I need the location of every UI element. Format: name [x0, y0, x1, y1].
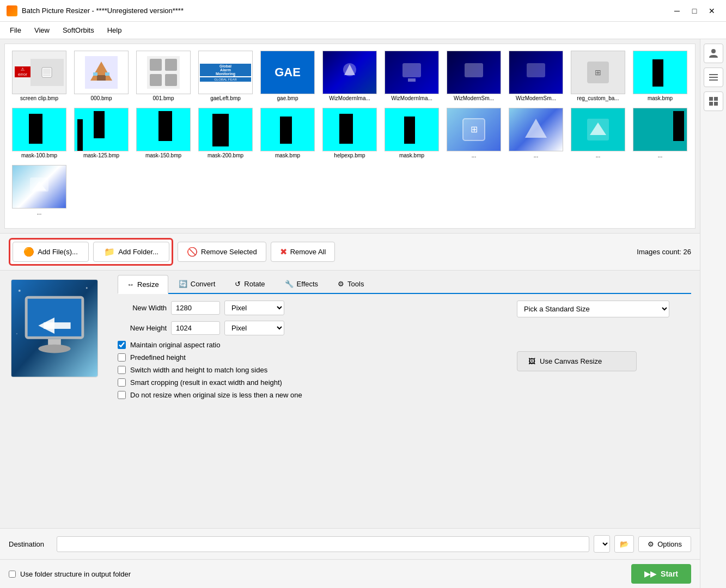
svg-rect-42 [709, 97, 713, 101]
thumbnail [509, 108, 563, 151]
thumbnail [633, 51, 687, 94]
add-folder-button[interactable]: 📁 Add Folder... [93, 242, 169, 262]
smart-cropping-checkbox[interactable] [118, 378, 126, 387]
sidebar-list-button[interactable] [704, 68, 723, 87]
svg-point-38 [711, 49, 716, 53]
svg-text:⊞: ⊞ [471, 125, 478, 134]
image-label: mask.bmp [399, 152, 424, 158]
remove-all-button[interactable]: ✖ Remove All [271, 242, 335, 262]
thumbnail [322, 51, 377, 94]
svg-rect-7 [105, 72, 109, 76]
do-not-resize-label[interactable]: Do not resize when original size is less… [130, 391, 302, 399]
tab-convert[interactable]: 🔄 Convert [169, 275, 225, 293]
new-height-input[interactable] [171, 321, 220, 335]
list-item[interactable]: ... [9, 163, 69, 218]
new-width-input[interactable] [171, 301, 220, 315]
menu-view[interactable]: View [29, 24, 55, 36]
list-item[interactable]: GAE gae.bmp [258, 48, 318, 103]
thumbnail [260, 108, 315, 151]
list-item[interactable]: 000.bmp [71, 48, 131, 103]
destination-input[interactable] [57, 536, 589, 552]
list-item[interactable]: ⊞ ... [444, 106, 504, 161]
canvas-resize-button[interactable]: 🖼 Use Canvas Resize [517, 351, 637, 371]
sidebar-person-button[interactable] [704, 44, 723, 63]
destination-bar: Destination 📂 ⚙ Options [0, 528, 700, 559]
maintain-ratio-checkbox[interactable] [118, 341, 126, 349]
convert-tab-icon: 🔄 [179, 280, 187, 288]
menu-help[interactable]: Help [102, 24, 127, 36]
list-item[interactable]: helpexp.bmp [320, 106, 380, 161]
list-item[interactable]: mask.bmp [258, 106, 318, 161]
start-button[interactable]: ▶▶ Start [631, 564, 691, 584]
sidebar-grid-button[interactable] [704, 91, 723, 111]
svg-point-36 [86, 287, 88, 289]
new-height-unit-select[interactable]: Pixel Percent cm inch [224, 321, 284, 335]
close-button[interactable]: ✕ [704, 3, 719, 19]
image-label: WizModernSm... [516, 95, 556, 101]
menu-softorbits[interactable]: SoftOrbits [57, 24, 100, 36]
new-width-unit-select[interactable]: Pixel Percent cm inch [224, 301, 284, 315]
list-item[interactable]: mask-150.bmp [133, 106, 193, 161]
list-item[interactable]: WizModernIma... [382, 48, 442, 103]
image-label: gae.bmp [277, 95, 298, 101]
predefined-height-label[interactable]: Predefined height [130, 353, 186, 362]
use-folder-label[interactable]: Use folder structure in output folder [20, 570, 131, 578]
do-not-resize-row: Do not resize when original size is less… [118, 391, 504, 399]
destination-browse-button[interactable]: 📂 [614, 535, 634, 553]
maintain-ratio-label[interactable]: Maintain original aspect ratio [130, 341, 220, 349]
switch-width-height-label[interactable]: Switch width and height to match long si… [130, 366, 267, 374]
svg-point-37 [16, 333, 17, 334]
list-item[interactable]: ... [630, 106, 690, 161]
list-item[interactable]: ... [568, 106, 628, 161]
list-item[interactable]: mask.bmp [630, 48, 690, 103]
menu-file[interactable]: File [4, 24, 27, 36]
do-not-resize-checkbox[interactable] [118, 391, 126, 399]
new-height-label: New Height [118, 324, 167, 332]
svg-rect-32 [44, 322, 70, 329]
list-item[interactable]: WizModernIma... [320, 48, 380, 103]
smart-cropping-label[interactable]: Smart cropping (result in exact width an… [130, 378, 282, 387]
maximize-button[interactable]: □ [687, 3, 702, 19]
image-label: ... [37, 210, 41, 216]
right-sidebar [700, 39, 726, 588]
minimize-button[interactable]: ─ [669, 3, 685, 19]
thumbnail [12, 108, 66, 151]
options-button[interactable]: ⚙ Options [638, 536, 691, 552]
list-item[interactable]: WizModernSm... [444, 48, 504, 103]
title-bar-left: Batch Picture Resizer - ****Unregistered… [7, 5, 184, 16]
destination-label: Destination [9, 540, 52, 548]
list-item[interactable]: ... [506, 106, 566, 161]
list-item[interactable]: WizModernSm... [506, 48, 566, 103]
switch-width-height-checkbox[interactable] [118, 366, 126, 374]
use-folder-checkbox[interactable] [9, 571, 16, 578]
person-icon [708, 48, 719, 59]
list-item[interactable]: mask-200.bmp [196, 106, 255, 161]
add-folder-icon: 📁 [104, 247, 115, 257]
predefined-height-checkbox[interactable] [118, 353, 126, 362]
tab-resize[interactable]: ↔ Resize [118, 275, 168, 294]
destination-dropdown[interactable] [594, 535, 610, 553]
predefined-height-row: Predefined height [118, 353, 504, 362]
settings-panel: ↔ Resize 🔄 Convert ↺ Rotate 🔧 Effects [109, 271, 700, 528]
thumbnail [136, 108, 191, 151]
tab-tools[interactable]: ⚙ Tools [328, 275, 373, 293]
list-item[interactable]: mask-125.bmp [71, 106, 131, 161]
list-item[interactable]: 001.bmp [133, 48, 193, 103]
add-files-button[interactable]: 🟠 Add File(s)... [13, 242, 89, 262]
new-height-row: New Height Pixel Percent cm inch [118, 321, 504, 335]
svg-rect-40 [709, 77, 718, 78]
list-item[interactable]: ⚠ error screen clip.bmp [9, 48, 69, 103]
remove-selected-button[interactable]: 🚫 Remove Selected [178, 242, 266, 262]
rotate-tab-label: Rotate [244, 280, 265, 288]
list-item[interactable]: GlobalAlarmMonitoring GLOBAL FEAR gaeLef… [196, 48, 255, 103]
window-title: Batch Picture Resizer - ****Unregistered… [22, 7, 184, 15]
list-item[interactable]: mask.bmp [382, 106, 442, 161]
tab-effects[interactable]: 🔧 Effects [276, 275, 328, 293]
svg-rect-44 [709, 102, 713, 106]
standard-size-select[interactable]: Pick a Standard Size [517, 301, 669, 317]
remove-selected-icon: 🚫 [187, 247, 198, 257]
tab-rotate[interactable]: ↺ Rotate [225, 275, 274, 293]
list-item[interactable]: mask-100.bmp [9, 106, 69, 161]
list-item[interactable]: ⊞ reg_custom_ba... [568, 48, 628, 103]
image-grid-container[interactable]: ⚠ error screen clip.bmp [4, 44, 696, 229]
